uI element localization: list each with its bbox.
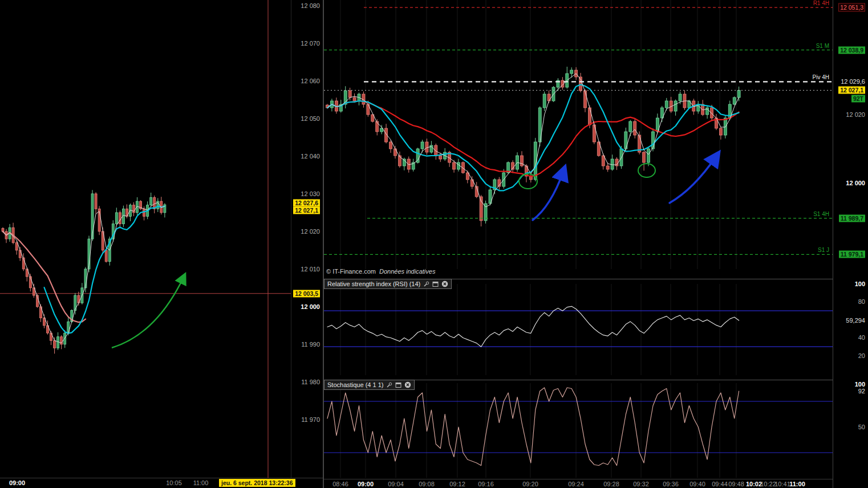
last-price-label: 12 027,1 bbox=[293, 206, 320, 214]
time-label: 09:36 bbox=[663, 481, 679, 487]
time-label: 11:00 bbox=[193, 479, 209, 486]
time-label: 09:12 bbox=[449, 481, 465, 487]
rsi-scale-label: 20 bbox=[858, 352, 865, 359]
price-label: 12 020 bbox=[846, 111, 865, 119]
stoch-scale-label: 50 bbox=[858, 424, 865, 431]
price-label: 12 070 bbox=[301, 39, 320, 47]
time-label: 10:41 bbox=[774, 481, 790, 487]
time-label: 11:00 bbox=[789, 481, 805, 487]
svg-text:S1 J: S1 J bbox=[818, 247, 829, 253]
time-label: 09:20 bbox=[522, 481, 538, 487]
price-label: 12 051,3 bbox=[838, 3, 865, 12]
panel-separator-vertical bbox=[323, 0, 324, 488]
price-label: 12 060 bbox=[301, 77, 320, 84]
rsi-panel-header: Relative strength index (RSI) (14) bbox=[324, 279, 452, 289]
rsi-scale-label: 100 bbox=[855, 280, 865, 287]
price-label: 12 029,6 bbox=[841, 78, 865, 86]
price-label: 12 010 bbox=[301, 265, 320, 273]
price-label: 12 000 bbox=[301, 303, 320, 310]
time-label: 09:04 bbox=[388, 481, 404, 487]
time-label: 09:16 bbox=[478, 481, 494, 487]
price-label: 12 038,9 bbox=[838, 46, 865, 54]
axis-separator-right bbox=[833, 0, 833, 488]
stoch-panel-title: Stochastique (4 1 1) bbox=[327, 381, 383, 388]
svg-text:S1 4H: S1 4H bbox=[813, 211, 829, 217]
stoch-canvas[interactable] bbox=[324, 383, 833, 478]
left-price-axis[interactable]: 12 08012 07012 06012 05012 04012 03012 0… bbox=[291, 0, 323, 478]
tick-count-label: 92T bbox=[851, 95, 865, 103]
time-label: 10:02 bbox=[746, 481, 762, 487]
price-label: 11 989,7 bbox=[839, 214, 865, 222]
window-icon[interactable] bbox=[395, 382, 401, 388]
window-icon[interactable] bbox=[432, 281, 439, 287]
close-icon[interactable] bbox=[404, 381, 411, 388]
time-label: 08:46 bbox=[332, 481, 348, 487]
main-time-axis[interactable]: 08:4609:0009:0409:0809:1209:1609:2009:24… bbox=[324, 479, 833, 488]
rsi-scale-label: 40 bbox=[858, 334, 865, 341]
copyright-text: © IT-Finance.com bbox=[326, 268, 376, 275]
rsi-current-value: 59,294 bbox=[846, 317, 865, 324]
price-label: 11 970 bbox=[301, 416, 320, 423]
time-label: 09:08 bbox=[419, 481, 435, 487]
left-chart-canvas[interactable] bbox=[0, 0, 291, 478]
rsi-canvas[interactable] bbox=[324, 284, 833, 375]
time-label: 09:44 bbox=[712, 481, 728, 487]
time-label: 09:48 bbox=[728, 481, 744, 487]
right-price-axis[interactable]: 12 051,312 038,912 029,612 02012 00011 9… bbox=[833, 0, 868, 488]
price-label: 12 030 bbox=[301, 190, 320, 197]
price-label: 11 980 bbox=[301, 378, 320, 385]
svg-text:R1 4H: R1 4H bbox=[813, 0, 829, 6]
rsi-panel-title: Relative strength index (RSI) (14) bbox=[327, 280, 420, 287]
time-label: 09:24 bbox=[568, 481, 584, 487]
time-label: 10:05 bbox=[166, 479, 182, 486]
stoch-current-value: 92 bbox=[858, 388, 865, 395]
wrench-icon[interactable] bbox=[423, 281, 429, 287]
time-label: 09:40 bbox=[689, 481, 705, 487]
axis-separator-vertical bbox=[291, 0, 291, 478]
time-label: 10:22 bbox=[760, 481, 776, 487]
price-label: 11 979,1 bbox=[839, 251, 865, 258]
close-icon[interactable] bbox=[441, 280, 448, 287]
time-label: 09:00 bbox=[9, 479, 25, 486]
wrench-icon[interactable] bbox=[386, 382, 392, 388]
rsi-scale-label: 80 bbox=[858, 298, 865, 306]
time-label: 09:28 bbox=[603, 481, 619, 487]
price-label: 12 020 bbox=[301, 227, 320, 235]
last-price-label: 12 027,6 bbox=[293, 199, 320, 206]
price-label: 12 050 bbox=[301, 115, 320, 122]
price-label: 12 000 bbox=[846, 180, 865, 187]
price-label: 12 080 bbox=[301, 2, 320, 9]
crosshair-date-label: jeu. 6 sept. 2018 13:22:36 bbox=[219, 479, 295, 487]
price-label: 12 040 bbox=[301, 152, 320, 160]
crosshair-price-label: 12 003,5 bbox=[293, 290, 320, 297]
trading-workspace: 12 08012 07012 06012 05012 04012 03012 0… bbox=[0, 0, 868, 488]
price-label: 11 990 bbox=[301, 340, 320, 348]
svg-text:S1 M: S1 M bbox=[816, 43, 829, 49]
copyright-note: Données indicatives bbox=[379, 268, 435, 275]
copyright-line: © IT-Finance.comDonnées indicatives bbox=[326, 268, 435, 275]
svg-text:Piv 4H: Piv 4H bbox=[813, 74, 829, 80]
stoch-panel-header: Stochastique (4 1 1) bbox=[324, 380, 415, 390]
time-label: 09:00 bbox=[358, 481, 374, 487]
time-label: 09:32 bbox=[633, 481, 649, 487]
left-time-axis[interactable]: 09:0010:0511:00jeu. 6 sept. 2018 13:22:3… bbox=[0, 478, 323, 488]
main-chart-canvas[interactable]: R1 4HS1 MPiv 4HS1 4HS1 J bbox=[324, 0, 833, 269]
last-price-label: 12 027,1 bbox=[838, 87, 865, 94]
